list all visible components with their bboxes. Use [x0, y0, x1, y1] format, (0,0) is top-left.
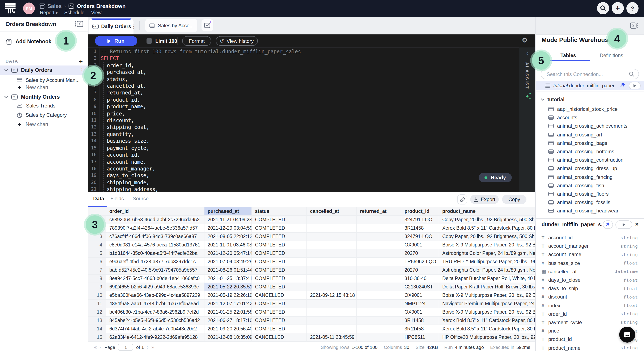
table-row[interactable]: 3 c76acf4f-466d-4f06-84d3-739c0ae66a87 2…	[88, 232, 535, 240]
status-cell[interactable]: COMPLETED	[252, 257, 306, 266]
product-name-cell[interactable]: TRU RED™ Multipurpose Paper, 20 lbs., 96…	[439, 257, 535, 266]
ai-assist-panel[interactable]: ‹ AI ASSIST ✦✦✧	[519, 48, 535, 192]
order-id-cell[interactable]: b1d31644-35c0-40aa-a5f3-44f7edfe22ba	[106, 249, 204, 257]
product-name-cell[interactable]: Xerox Bold 8.5" x 11" Cardstock Paper, 8…	[439, 324, 535, 333]
purchased-at-cell[interactable]: 2021-01-25 13:37:41	[204, 274, 252, 282]
code-line[interactable]: 5 status,	[88, 76, 518, 83]
product-id-cell[interactable]: HPC8511	[401, 333, 439, 341]
product-id-cell[interactable]: NMP1124	[401, 299, 439, 308]
status-cell[interactable]: COMPLETED	[252, 316, 306, 324]
order-id-cell[interactable]: c76acf4f-466d-4f06-84d3-739c0ae66a87	[106, 232, 204, 240]
code-line[interactable]: 4 purchased_at,	[88, 69, 518, 76]
add-chart-tab-button[interactable]: +	[202, 19, 213, 31]
code-line[interactable]: 16 account_id,	[88, 152, 518, 158]
list-item-table[interactable]: animal_crossing_achievements	[536, 122, 644, 130]
returned-at-cell[interactable]	[356, 308, 401, 316]
preview-table-button[interactable]	[616, 220, 632, 229]
cancelled-at-cell[interactable]	[306, 324, 356, 333]
purchased-at-cell[interactable]: 2021-12-07 17:01:42	[204, 299, 252, 308]
list-item-field[interactable]: T account_id string	[536, 234, 644, 242]
cancelled-at-cell[interactable]	[306, 249, 356, 257]
status-cell[interactable]: COMPLETED	[252, 266, 306, 274]
purchased-at-cell[interactable]: 2021-12-20 05:47:14	[204, 249, 252, 257]
cancelled-at-cell[interactable]	[306, 274, 356, 282]
close-icon[interactable]: ×	[635, 221, 638, 228]
collapse-panel-icon[interactable]	[630, 22, 639, 29]
purchased-at-cell[interactable]: 2021-09-20 20:56:40	[204, 324, 252, 333]
help-button[interactable]: ?	[626, 2, 638, 14]
chevron-down-icon[interactable]	[4, 69, 8, 72]
table-row[interactable]: 7 babfd527-f5e2-40f5-9c91-794705a9b557 2…	[88, 266, 535, 274]
purchased-at-cell[interactable]: 2021-06-27 18:17:10	[204, 316, 252, 324]
product-name-cell[interactable]: Astrobrights Color Paper, 24 lb./89 gsm,…	[439, 266, 535, 274]
product-id-cell[interactable]: OX9001	[401, 308, 439, 316]
purchased-at-cell[interactable]: 2021-11-01 03:46:08	[204, 240, 252, 249]
code-line[interactable]: 12 shipping_cost,	[88, 124, 518, 131]
product-name-cell[interactable]: Delta Paper Butcher Paper Roll, White, 4…	[439, 274, 535, 282]
returned-at-cell[interactable]	[356, 299, 401, 308]
returned-at-cell[interactable]	[356, 249, 401, 257]
list-item-field[interactable]: T product_name string	[536, 344, 644, 351]
product-name-cell[interactable]: Boise X-9 Multipurpose Paper, 20 lbs., 9…	[439, 291, 535, 299]
product-id-cell[interactable]: C2130240ST	[401, 282, 439, 291]
order-id-cell[interactable]: 6d374f74-f4ab-4ef2-ab4c-7d0b443c20c2	[106, 324, 204, 333]
format-button[interactable]: Format	[182, 36, 211, 46]
column-header[interactable]: product_id	[401, 207, 439, 216]
product-id-cell[interactable]: 310-36-40	[401, 274, 439, 282]
avatar[interactable]: PM	[23, 2, 35, 14]
product-name-cell[interactable]: Astrobrights Color Paper, 24 lb./89 gsm,…	[439, 249, 535, 257]
sidebar-item-monthly-orders[interactable]: Monthly Orders	[0, 92, 88, 102]
table-row[interactable]: 11 4854f6a8-aab1-4748-b7b6-1c676fb5a5ad …	[88, 299, 535, 308]
cancelled-at-cell[interactable]	[306, 299, 356, 308]
product-name-cell[interactable]: Boise X-9 Multipurpose Paper, 20 lbs., 9…	[439, 308, 535, 316]
status-cell[interactable]: COMPLETED	[252, 232, 306, 240]
product-id-cell[interactable]: 20270	[401, 266, 439, 274]
order-id-cell[interactable]: 789390f7-a2f4-4264-aebe-5e336a57fd57	[106, 224, 204, 232]
prev-page-icon[interactable]: ‹	[100, 344, 102, 350]
list-item-field[interactable]: # days_to_ship float	[536, 284, 644, 293]
cancelled-at-cell[interactable]: 2021-05-11 23:45:59	[306, 333, 356, 341]
column-header-highlighted[interactable]: purchased_at	[204, 207, 252, 216]
order-id-cell[interactable]: e9c6aeff-4f5d-4728-a877-7db8297fdd1c	[106, 257, 204, 266]
table-row[interactable]: 13 845abe24-b5e5-46f8-96d5-c530cb536ad2 …	[88, 316, 535, 324]
tab-fields[interactable]: Fields	[110, 196, 124, 202]
code-line[interactable]: 9 product_name,	[88, 104, 518, 110]
order-id-cell[interactable]: be406b30-c1ba-4ed7-83a6-2962b9f7ef2d	[106, 308, 204, 316]
add-data-button[interactable]: +	[79, 58, 83, 64]
order-id-cell[interactable]: 845abe24-b5e5-46f8-96d5-c530cb536ad2	[106, 316, 204, 324]
cancelled-at-cell[interactable]	[306, 316, 356, 324]
table-row[interactable]: 8 8ea942d7-5cc7-4663-b0de-1eb41066efc0 2…	[88, 274, 535, 282]
purchased-at-cell[interactable]: 2021-11-21 04:09:28	[204, 216, 252, 224]
results-table-container[interactable]: order_id purchased_at status cancelled_a…	[88, 207, 535, 342]
kebab-menu-icon[interactable]: ⋮	[131, 24, 136, 30]
status-cell[interactable]: COMPLETED	[252, 224, 306, 232]
product-name-cell[interactable]: Delta Paper Kraft Paper Roll, Brown, 30 …	[439, 282, 535, 291]
table-row[interactable]: 5 b1d31644-35c0-40aa-a5f3-44f7edfe22ba 2…	[88, 249, 535, 257]
last-page-icon[interactable]: »	[152, 344, 154, 350]
status-cell[interactable]: CANCELLED	[252, 333, 306, 341]
order-id-cell[interactable]: 4854f6a8-aab1-4748-b7b6-1c676fb5a5ad	[106, 299, 204, 308]
table-row[interactable]: 2 789390f7-a2f4-4264-aebe-5e336a57fd57 2…	[88, 224, 535, 232]
next-page-icon[interactable]: ›	[147, 344, 148, 350]
chat-launcher-button[interactable]	[619, 327, 635, 342]
chevron-left-icon[interactable]: ‹	[526, 50, 528, 56]
code-area[interactable]: 1 -- Returns first 100 rows from tutoria…	[88, 48, 535, 192]
first-page-icon[interactable]: «	[94, 344, 97, 350]
product-id-cell[interactable]: 324791-LQO	[401, 232, 439, 240]
code-line[interactable]: 14 business_size,	[88, 138, 518, 145]
list-item-table[interactable]: accounts	[536, 113, 644, 122]
schema-group[interactable]: tutorial	[541, 96, 564, 103]
sidebar-item-daily-orders[interactable]: Daily Orders ⋮	[0, 66, 88, 75]
code-line[interactable]: 21 shipping_address,	[88, 186, 518, 192]
list-item-field[interactable]: ▦ cancelled_at datetime	[536, 268, 644, 276]
purchased-at-cell[interactable]: 2021-08-05 22:02:12	[204, 232, 252, 240]
tab-data[interactable]: Data	[93, 196, 104, 202]
purchased-at-cell[interactable]: 2021-05-22 20:35:51	[204, 282, 252, 291]
gear-icon[interactable]: ⚙	[522, 37, 528, 44]
column-header[interactable]: cancelled_at	[306, 207, 356, 216]
tab-daily-orders[interactable]: Daily Orders ⋮	[89, 18, 134, 34]
purchased-at-cell[interactable]: 2021-12-08 10:35:09	[204, 333, 252, 341]
list-item-field[interactable]: # days_to_close float	[536, 276, 644, 284]
status-cell[interactable]: COMPLETED	[252, 240, 306, 249]
list-item-field[interactable]: T payment_cycle string	[536, 318, 644, 327]
